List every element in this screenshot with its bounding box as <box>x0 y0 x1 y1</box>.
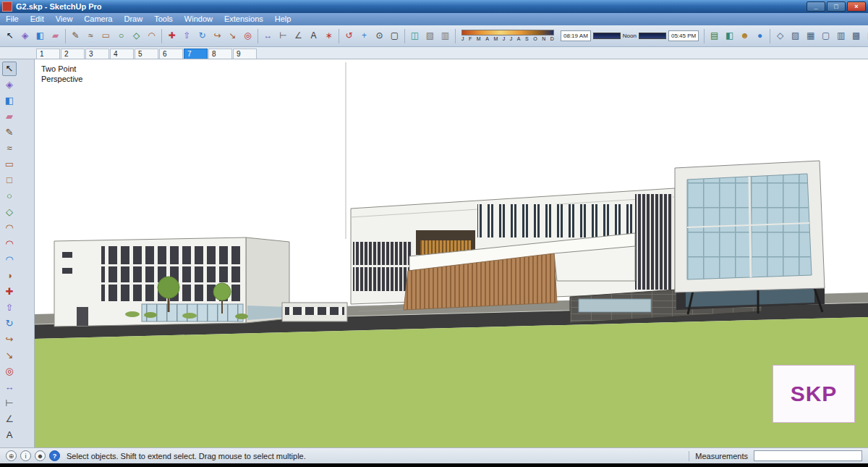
text-tool-icon[interactable]: A <box>307 29 320 43</box>
menu-edit[interactable]: Edit <box>25 13 50 25</box>
axes-tool-icon[interactable]: ∗ <box>322 29 336 43</box>
move-tool-icon[interactable]: ✚ <box>165 29 179 43</box>
rotate-tool-icon[interactable]: ↻ <box>2 316 17 331</box>
components-icon[interactable]: ▤ <box>707 29 721 43</box>
follow-me-tool-icon[interactable]: ↪ <box>2 332 17 347</box>
polygon-tool-icon[interactable]: ◇ <box>129 29 143 43</box>
arc-tool-icon[interactable]: ◠ <box>2 221 17 235</box>
rotate-tool-icon[interactable]: ↻ <box>195 29 209 43</box>
scale-tool-icon[interactable]: ↘ <box>226 29 239 43</box>
menu-camera[interactable]: Camera <box>78 13 118 25</box>
zoom-tool-icon[interactable]: ⊙ <box>373 29 386 43</box>
scale-tool-icon[interactable]: ↘ <box>2 348 17 363</box>
menu-draw[interactable]: Draw <box>118 13 148 25</box>
scene-tab-3[interactable]: 3 <box>85 49 109 59</box>
protractor-tool-icon[interactable]: ∠ <box>292 29 305 43</box>
arc-tool-icon[interactable]: ◠ <box>145 29 158 43</box>
polygon-tool-icon[interactable]: ◇ <box>2 205 17 219</box>
scene-tab-8[interactable]: 8 <box>208 49 232 59</box>
shadow-time-slider-right[interactable] <box>639 33 666 39</box>
offset-tool-icon[interactable]: ◎ <box>241 29 255 43</box>
sketchup-window: G2.skp - SketchUp Pro _ □ × FileEditView… <box>0 0 868 467</box>
shadow-date-widget[interactable]: JFMAMJJASOND <box>461 30 554 42</box>
tape-measure-icon[interactable]: ↔ <box>2 380 17 395</box>
close-button[interactable]: × <box>847 1 866 12</box>
push-pull-tool-icon[interactable]: ⇧ <box>2 300 17 315</box>
shaded-style-icon[interactable]: ▥ <box>834 29 848 43</box>
paint-bucket-icon[interactable]: ◧ <box>2 93 17 108</box>
rectangle-tool-icon[interactable]: ▭ <box>99 29 113 43</box>
menu-file[interactable]: File <box>0 13 25 25</box>
window-controls: _ □ × <box>807 1 866 12</box>
zoom-extents-icon[interactable]: ▢ <box>388 29 401 43</box>
shaded-textures-style-icon[interactable]: ▩ <box>849 29 863 43</box>
scene-tab-9[interactable]: 9 <box>233 49 257 59</box>
hidden-line-style-icon[interactable]: ▢ <box>819 29 833 43</box>
materials-icon[interactable]: ◧ <box>723 29 736 43</box>
move-tool-icon[interactable]: ✚ <box>2 285 17 299</box>
circle-tool-icon[interactable]: ○ <box>2 189 17 203</box>
menu-window[interactable]: Window <box>179 13 218 25</box>
line-tool-icon[interactable]: ✎ <box>2 125 17 140</box>
tape-measure-icon[interactable]: ↔ <box>261 29 275 43</box>
model-canvas[interactable] <box>35 59 868 447</box>
back-edges-style-icon[interactable]: ▨ <box>788 29 802 43</box>
scene-tab-7[interactable]: 7 <box>184 49 208 59</box>
shadow-toggle-icon[interactable]: ▥ <box>438 29 452 43</box>
paint-bucket-icon[interactable]: ◧ <box>33 29 47 43</box>
geolocation-status-icon[interactable]: ⊕ <box>6 450 17 461</box>
select-tool-icon[interactable]: ↖ <box>3 29 17 43</box>
measurements-input[interactable] <box>754 450 862 461</box>
two-point-arc-icon[interactable]: ◠ <box>2 237 17 251</box>
offset-tool-icon[interactable]: ◎ <box>2 364 17 379</box>
dimension-tool-icon[interactable]: ⊢ <box>276 29 290 43</box>
menu-help[interactable]: Help <box>269 13 297 25</box>
select-tool-icon[interactable]: ↖ <box>2 62 17 76</box>
menu-tools[interactable]: Tools <box>148 13 179 25</box>
shadow-start-time: 08:19 AM <box>561 30 591 41</box>
shadow-settings-icon[interactable]: ▧ <box>423 29 437 43</box>
maximize-button[interactable]: □ <box>827 1 846 12</box>
toolbar-separator <box>704 29 705 43</box>
scene-tab-6[interactable]: 6 <box>159 49 183 59</box>
circle-tool-icon[interactable]: ○ <box>114 29 128 43</box>
rotated-rectangle-icon[interactable]: □ <box>2 173 17 188</box>
scene-tab-5[interactable]: 5 <box>135 49 158 59</box>
eraser-icon[interactable]: ▰ <box>2 109 17 124</box>
pie-tool-icon[interactable]: ◑ <box>2 269 17 283</box>
wireframe-style-icon[interactable]: ▦ <box>804 29 817 43</box>
shadow-date-slider[interactable] <box>461 30 554 35</box>
scene-tab-1[interactable]: 1 <box>36 49 60 59</box>
help-icon[interactable]: ? <box>49 450 60 461</box>
dimension-tool-icon[interactable]: ⊢ <box>2 396 17 411</box>
x-ray-style-icon[interactable]: ◇ <box>773 29 787 43</box>
make-component-icon[interactable]: ◈ <box>18 29 32 43</box>
shadow-time-slider-left[interactable] <box>593 33 621 39</box>
user-icon[interactable]: ☻ <box>35 450 46 461</box>
rectangle-tool-icon[interactable]: ▭ <box>2 157 17 172</box>
scene-tab-2[interactable]: 2 <box>61 49 85 59</box>
geolocation-icon[interactable]: ● <box>753 29 767 43</box>
line-tool-icon[interactable]: ✎ <box>69 29 82 43</box>
freehand-tool-icon[interactable]: ≈ <box>2 141 17 156</box>
follow-me-tool-icon[interactable]: ↪ <box>210 29 224 43</box>
freehand-tool-icon[interactable]: ≈ <box>84 29 98 43</box>
section-plane-icon[interactable]: ◫ <box>408 29 422 43</box>
info-icon[interactable]: i <box>20 450 31 461</box>
month-letter: J <box>461 35 464 42</box>
viewport[interactable]: Two Point Perspective SKP <box>35 59 868 447</box>
protractor-tool-icon[interactable]: ∠ <box>2 412 17 426</box>
push-pull-tool-icon[interactable]: ⇧ <box>180 29 194 43</box>
orbit-tool-icon[interactable]: ↺ <box>342 29 356 43</box>
outliner-icon[interactable]: ☻ <box>738 29 752 43</box>
monochrome-style-icon[interactable]: ▧ <box>864 29 868 43</box>
pan-tool-icon[interactable]: + <box>357 29 371 43</box>
three-point-arc-icon[interactable]: ◠ <box>2 253 17 267</box>
menu-view[interactable]: View <box>50 13 79 25</box>
text-tool-icon[interactable]: A <box>2 428 17 442</box>
menu-extensions[interactable]: Extensions <box>218 13 269 25</box>
scene-tab-4[interactable]: 4 <box>110 49 134 59</box>
make-component-icon[interactable]: ◈ <box>2 77 17 92</box>
eraser-icon[interactable]: ▰ <box>48 29 62 43</box>
minimize-button[interactable]: _ <box>807 1 825 12</box>
